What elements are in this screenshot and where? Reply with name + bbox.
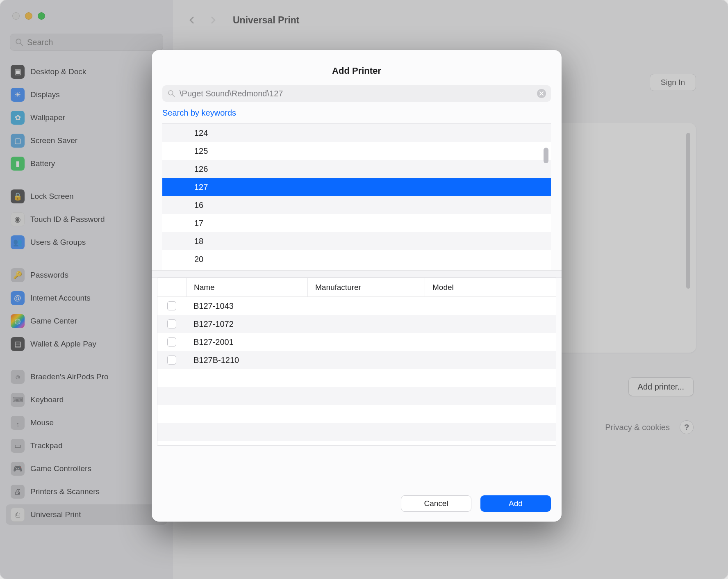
sidebar-item-label: Battery xyxy=(30,159,55,168)
table-row[interactable]: B127-2001 xyxy=(157,333,556,351)
desktop-dock-icon: ▣ xyxy=(11,65,25,79)
window-close-button[interactable] xyxy=(12,12,20,20)
printer-model xyxy=(425,297,556,315)
sidebar-item-passwords[interactable]: 🔑 Passwords xyxy=(6,265,167,285)
table-row[interactable]: B127B-1210 xyxy=(157,351,556,369)
folder-row[interactable]: 20 xyxy=(162,250,551,268)
sidebar-item-label: Printers & Scanners xyxy=(30,487,100,496)
wallet-icon: ▤ xyxy=(11,337,25,351)
sidebar-item-label: Internet Accounts xyxy=(30,294,91,303)
sidebar: ▣ Desktop & Dock ☀ Displays ✿ Wallpaper … xyxy=(0,0,173,579)
column-header-model[interactable]: Model xyxy=(425,278,556,296)
mouse-icon: ⍚ xyxy=(11,416,25,430)
printers-scanners-icon: 🖨 xyxy=(11,485,25,499)
table-row xyxy=(157,423,556,441)
users-groups-icon: 👥 xyxy=(11,235,25,249)
row-checkbox[interactable] xyxy=(167,301,176,310)
sidebar-item-lock-screen[interactable]: 🔒 Lock Screen xyxy=(6,186,167,207)
close-icon xyxy=(539,91,544,96)
column-header-name[interactable]: Name xyxy=(186,278,307,296)
trackpad-icon: ▭ xyxy=(11,439,25,453)
printer-manufacturer xyxy=(307,351,425,369)
table-row[interactable]: B127-1072 xyxy=(157,315,556,333)
dialog-title: Add Printer xyxy=(152,66,562,76)
sidebar-item-universal-print[interactable]: ⎙ Universal Print xyxy=(6,504,167,525)
sidebar-search[interactable] xyxy=(10,34,163,51)
card-scrollbar[interactable] xyxy=(686,133,690,289)
folder-row[interactable]: 16 xyxy=(162,196,551,214)
printer-model xyxy=(425,333,556,351)
chevron-left-icon xyxy=(187,15,197,25)
add-printer-button[interactable]: Add printer... xyxy=(628,377,694,396)
displays-icon: ☀ xyxy=(11,88,25,102)
dialog-search[interactable] xyxy=(162,85,551,102)
sign-in-button[interactable]: Sign In xyxy=(650,74,696,91)
sidebar-item-game-center[interactable]: ◍ Game Center xyxy=(6,311,167,331)
folder-row[interactable]: 126 xyxy=(162,160,551,178)
printer-model xyxy=(425,351,556,369)
row-checkbox[interactable] xyxy=(167,356,176,365)
folder-list[interactable]: 124 125 126 127 16 17 18 20 xyxy=(162,123,551,270)
sidebar-item-label: Desktop & Dock xyxy=(30,67,86,76)
sidebar-item-printers-scanners[interactable]: 🖨 Printers & Scanners xyxy=(6,481,167,502)
airpods-icon: ⌾ xyxy=(11,370,25,384)
window-minimize-button[interactable] xyxy=(25,12,32,20)
folder-row[interactable]: 124 xyxy=(162,124,551,142)
folder-row-selected[interactable]: 127 xyxy=(162,178,551,196)
forward-button[interactable] xyxy=(208,15,218,25)
page-title: Universal Print xyxy=(233,15,299,26)
window-maximize-button[interactable] xyxy=(38,12,45,20)
printer-name: B127B-1210 xyxy=(186,351,307,369)
sidebar-item-wallpaper[interactable]: ✿ Wallpaper xyxy=(6,107,167,128)
dialog-search-input[interactable] xyxy=(180,89,537,98)
folder-list-scrollbar[interactable] xyxy=(544,148,548,163)
sidebar-item-game-controllers[interactable]: 🎮 Game Controllers xyxy=(6,458,167,479)
table-row[interactable]: B127-1043 xyxy=(157,297,556,315)
universal-print-icon: ⎙ xyxy=(11,508,25,522)
printer-name: B127-2001 xyxy=(186,333,307,351)
cancel-button[interactable]: Cancel xyxy=(401,495,471,512)
back-button[interactable] xyxy=(187,15,197,25)
sidebar-item-battery[interactable]: ▮ Battery xyxy=(6,153,167,174)
sidebar-search-input[interactable] xyxy=(27,38,158,47)
folder-row[interactable]: 17 xyxy=(162,214,551,232)
sidebar-item-displays[interactable]: ☀ Displays xyxy=(6,84,167,105)
sidebar-item-label: Screen Saver xyxy=(30,136,77,145)
search-icon xyxy=(167,89,175,98)
sidebar-item-mouse[interactable]: ⍚ Mouse xyxy=(6,413,167,433)
search-icon xyxy=(15,38,24,47)
sidebar-item-label: Trackpad xyxy=(30,441,63,450)
sidebar-item-airpods[interactable]: ⌾ Braeden's AirPods Pro xyxy=(6,367,167,387)
folder-row[interactable]: 18 xyxy=(162,232,551,250)
chevron-right-icon xyxy=(208,15,218,25)
sidebar-item-users-groups[interactable]: 👥 Users & Groups xyxy=(6,232,167,253)
sidebar-item-touch-id[interactable]: ◉ Touch ID & Password xyxy=(6,209,167,230)
folder-row[interactable]: 125 xyxy=(162,142,551,160)
svg-line-3 xyxy=(173,95,175,97)
table-header: Name Manufacturer Model xyxy=(157,278,556,297)
wallpaper-icon: ✿ xyxy=(11,111,25,125)
sidebar-item-internet-accounts[interactable]: @ Internet Accounts xyxy=(6,288,167,308)
sidebar-item-wallet[interactable]: ▤ Wallet & Apple Pay xyxy=(6,334,167,354)
sidebar-item-trackpad[interactable]: ▭ Trackpad xyxy=(6,435,167,456)
privacy-cookies-link[interactable]: Privacy & cookies xyxy=(605,423,670,432)
game-center-icon: ◍ xyxy=(11,314,25,328)
touch-id-icon: ◉ xyxy=(11,212,25,226)
row-checkbox[interactable] xyxy=(167,337,176,346)
row-checkbox[interactable] xyxy=(167,319,176,328)
help-button[interactable]: ? xyxy=(680,420,694,434)
sidebar-item-label: Mouse xyxy=(30,418,54,427)
printer-manufacturer xyxy=(307,333,425,351)
sidebar-item-label: Wallpaper xyxy=(30,113,65,122)
search-by-keywords-link[interactable]: Search by keywords xyxy=(162,108,562,118)
clear-search-button[interactable] xyxy=(537,89,546,98)
sidebar-item-screen-saver[interactable]: ▢ Screen Saver xyxy=(6,130,167,151)
sidebar-item-label: Lock Screen xyxy=(30,192,74,201)
column-header-manufacturer[interactable]: Manufacturer xyxy=(307,278,425,296)
add-button[interactable]: Add xyxy=(480,495,551,512)
add-printer-dialog: Add Printer Search by keywords 124 125 1… xyxy=(152,50,562,522)
screen-saver-icon: ▢ xyxy=(11,134,25,148)
table-row xyxy=(157,369,556,387)
sidebar-item-desktop-dock[interactable]: ▣ Desktop & Dock xyxy=(6,62,167,82)
sidebar-item-keyboard[interactable]: ⌨ Keyboard xyxy=(6,390,167,410)
